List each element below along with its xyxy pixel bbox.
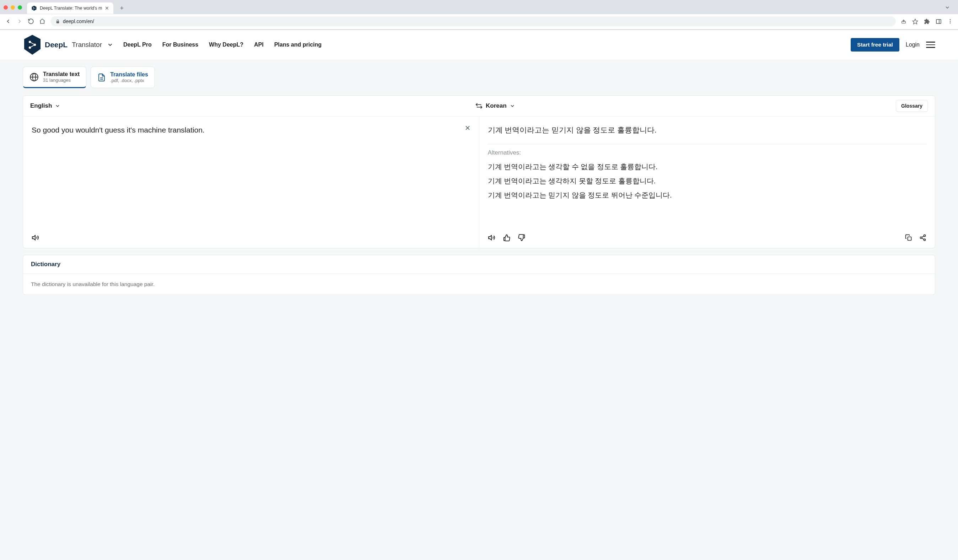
svg-rect-25 <box>908 237 912 241</box>
target-language-select[interactable]: Korean <box>486 102 515 109</box>
dictionary-title: Dictionary <box>23 255 935 274</box>
panel-button[interactable] <box>936 19 942 24</box>
logo-icon <box>23 34 42 56</box>
chevron-down-icon[interactable] <box>107 41 113 48</box>
svg-rect-4 <box>57 21 59 23</box>
browser-tab[interactable]: DeepL Translate: The world's m ✕ <box>27 3 113 14</box>
svg-point-2 <box>35 8 35 8</box>
tab-close-button[interactable]: ✕ <box>105 5 109 11</box>
window-maximize-button[interactable] <box>18 5 22 10</box>
speak-target-button[interactable] <box>488 234 496 242</box>
thumbs-up-button[interactable] <box>503 234 511 242</box>
target-pane: 기계 번역이라고는 믿기지 않을 정도로 훌륭합니다. Alternatives… <box>479 117 935 234</box>
svg-marker-7 <box>912 19 917 24</box>
share-button[interactable] <box>919 234 926 241</box>
source-text-input[interactable]: So good you wouldn't guess it's machine … <box>32 124 435 136</box>
reload-button[interactable] <box>28 18 34 24</box>
mode-text-title: Translate text <box>43 71 79 78</box>
source-pane: So good you wouldn't guess it's machine … <box>23 117 479 234</box>
home-button[interactable] <box>39 18 46 24</box>
svg-rect-8 <box>936 19 941 23</box>
clear-button[interactable] <box>464 124 471 132</box>
svg-point-26 <box>924 235 926 236</box>
nav-pro[interactable]: DeepL Pro <box>123 41 152 48</box>
page: DeepL Translator DeepL Pro For Business … <box>0 30 958 560</box>
mode-tabs: Translate text 31 languages Translate fi… <box>23 67 935 88</box>
nav-api[interactable]: API <box>254 41 264 48</box>
menu-button[interactable] <box>926 41 935 48</box>
translator-card: English Korean Glossary <box>23 95 935 248</box>
svg-point-27 <box>920 237 922 239</box>
target-actions <box>479 234 935 248</box>
header-actions: Start free trial Login <box>851 38 935 52</box>
tab-strip: DeepL Translate: The world's m ✕ + <box>0 0 958 14</box>
browser-menu-button[interactable] <box>947 19 953 24</box>
brand-sub: Translator <box>72 41 102 49</box>
language-bar: English Korean Glossary <box>23 95 935 117</box>
mode-translate-files[interactable]: Translate files .pdf, .docx, .pptx <box>90 67 155 88</box>
nav-plans[interactable]: Plans and pricing <box>274 41 322 48</box>
svg-point-1 <box>33 7 34 8</box>
mode-translate-text[interactable]: Translate text 31 languages <box>23 67 86 88</box>
source-lang-label: English <box>30 102 52 109</box>
window-close-button[interactable] <box>3 5 8 10</box>
chevron-down-icon <box>55 103 60 109</box>
url-text: deepl.com/en/ <box>63 19 94 24</box>
target-text: 기계 번역이라고는 믿기지 않을 정도로 훌륭합니다. <box>488 124 927 141</box>
nav-why[interactable]: Why DeepL? <box>209 41 243 48</box>
swap-languages-button[interactable] <box>475 102 483 110</box>
source-language-select[interactable]: English <box>30 102 60 109</box>
alternative-item[interactable]: 기계 번역이라고는 생각할 수 없을 정도로 훌륭합니다. <box>488 161 927 172</box>
document-icon <box>97 73 106 82</box>
mode-text-sub: 31 languages <box>43 78 79 83</box>
site-header: DeepL Translator DeepL Pro For Business … <box>0 30 958 60</box>
svg-point-12 <box>950 22 951 24</box>
mode-files-sub: .pdf, .docx, .pptx <box>110 78 148 83</box>
globe-icon <box>30 73 39 82</box>
address-bar[interactable]: deepl.com/en/ <box>51 16 896 26</box>
thumbs-down-button[interactable] <box>518 234 525 242</box>
forward-button[interactable] <box>16 18 23 24</box>
window-controls <box>3 5 22 10</box>
copy-button[interactable] <box>905 234 912 241</box>
back-button[interactable] <box>5 18 11 24</box>
svg-point-11 <box>950 21 951 22</box>
nav-business[interactable]: For Business <box>162 41 198 48</box>
svg-line-29 <box>922 236 924 237</box>
content-area: Translate text 31 languages Translate fi… <box>0 60 958 560</box>
main-nav: DeepL Pro For Business Why DeepL? API Pl… <box>123 41 322 48</box>
svg-marker-0 <box>32 6 36 11</box>
favicon-icon <box>31 5 37 11</box>
dictionary-card: Dictionary The dictionary is unavailable… <box>23 255 935 295</box>
lock-icon <box>56 19 60 24</box>
svg-point-3 <box>33 8 34 9</box>
chevron-down-icon <box>509 103 515 109</box>
svg-point-10 <box>950 19 951 20</box>
alternative-item[interactable]: 기계 번역이라고는 생각하지 못할 정도로 훌륭합니다. <box>488 176 927 186</box>
dictionary-message: The dictionary is unavailable for this l… <box>23 274 935 295</box>
svg-point-28 <box>924 239 926 241</box>
target-lang-label: Korean <box>486 102 507 109</box>
login-link[interactable]: Login <box>906 41 920 48</box>
browser-toolbar: deepl.com/en/ <box>0 14 958 30</box>
browser-chrome: DeepL Translate: The world's m ✕ + deepl… <box>0 0 958 30</box>
source-actions <box>23 234 479 248</box>
glossary-button[interactable]: Glossary <box>896 100 928 112</box>
mode-files-title: Translate files <box>110 71 148 78</box>
speak-source-button[interactable] <box>32 234 40 242</box>
share-button[interactable] <box>901 19 906 24</box>
tab-title: DeepL Translate: The world's m <box>40 6 102 11</box>
logo[interactable]: DeepL Translator <box>23 34 113 56</box>
alternatives-label: Alternatives: <box>488 149 927 156</box>
svg-line-30 <box>922 238 924 239</box>
translator-panes: So good you wouldn't guess it's machine … <box>23 117 935 234</box>
new-tab-button[interactable]: + <box>117 4 126 13</box>
extensions-button[interactable] <box>924 19 930 24</box>
alternative-item[interactable]: 기계 번역이라고는 믿기지 않을 정도로 뛰어난 수준입니다. <box>488 190 927 200</box>
brand-name: DeepL <box>45 41 68 49</box>
window-minimize-button[interactable] <box>11 5 15 10</box>
start-trial-button[interactable]: Start free trial <box>851 38 899 52</box>
tabs-dropdown-button[interactable] <box>944 5 950 10</box>
bookmark-button[interactable] <box>912 19 918 24</box>
